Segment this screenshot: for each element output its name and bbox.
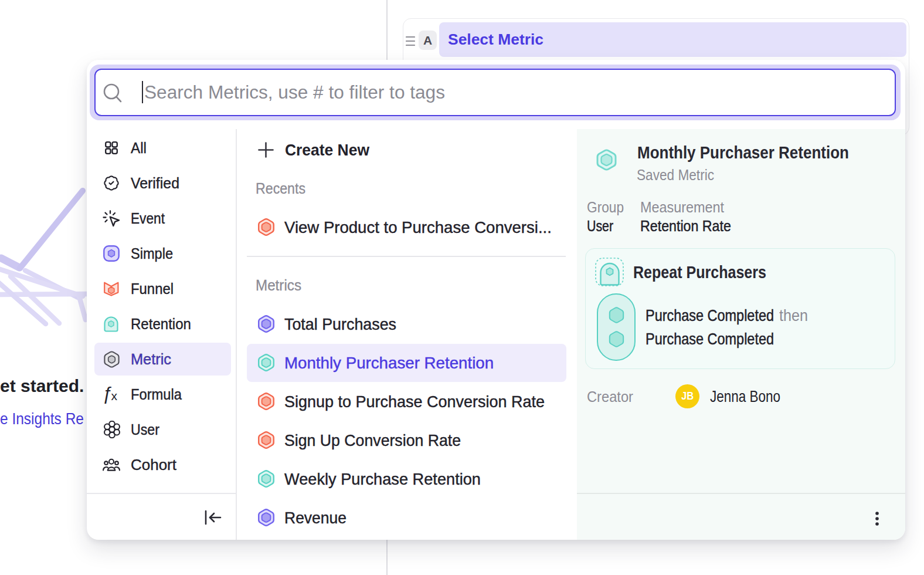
svg-text:x: x bbox=[111, 389, 118, 402]
